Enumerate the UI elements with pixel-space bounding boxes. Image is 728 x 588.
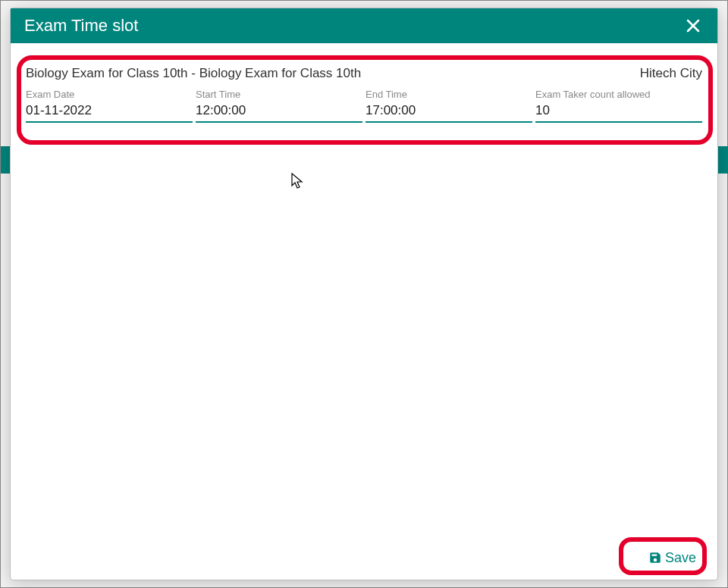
exam-timeslot-modal: Exam Time slot Biology Exam for Class 10… [10, 8, 718, 580]
label-exam-date: Exam Date [26, 89, 193, 100]
label-count: Exam Taker count allowed [535, 89, 702, 100]
close-button[interactable] [682, 15, 704, 36]
exam-name: Biology Exam for Class 10th - Biology Ex… [26, 66, 361, 81]
save-button-label: Save [665, 550, 696, 566]
fields-row: Exam Date Start Time End Time Exam Taker… [26, 89, 702, 123]
input-count[interactable] [535, 102, 702, 123]
field-exam-date: Exam Date [26, 89, 193, 123]
modal-header: Exam Time slot [11, 8, 717, 43]
input-start-time[interactable] [196, 102, 362, 123]
input-exam-date[interactable] [26, 102, 193, 123]
modal-footer: Save [11, 536, 717, 580]
field-count: Exam Taker count allowed [535, 89, 702, 123]
input-end-time[interactable] [366, 102, 532, 123]
modal-title: Exam Time slot [24, 8, 138, 43]
field-start-time: Start Time [196, 89, 362, 123]
label-end-time: End Time [366, 89, 532, 100]
save-button[interactable]: Save [648, 550, 696, 566]
exam-info-row: Biology Exam for Class 10th - Biology Ex… [26, 66, 702, 81]
modal-body: Biology Exam for Class 10th - Biology Ex… [11, 43, 717, 536]
field-end-time: End Time [366, 89, 532, 123]
save-icon [648, 551, 662, 565]
close-icon [686, 18, 701, 33]
label-start-time: Start Time [196, 89, 362, 100]
exam-location: Hitech City [640, 66, 702, 81]
